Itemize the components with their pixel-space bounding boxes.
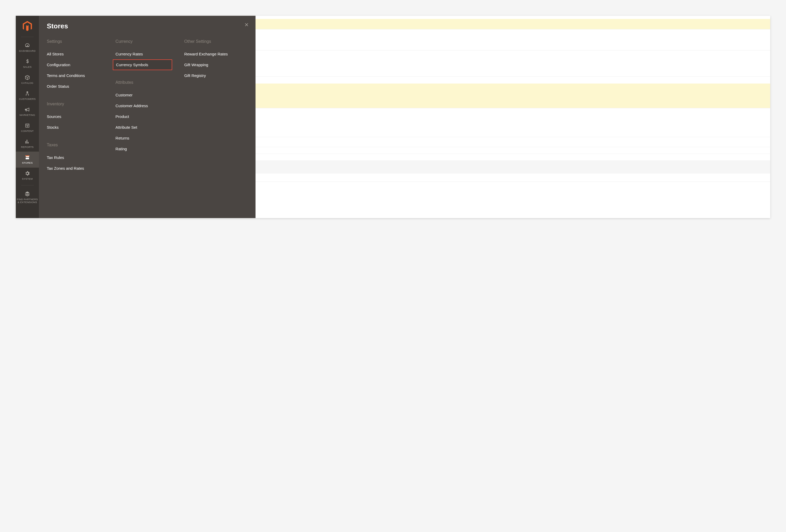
flyout-title: Stores: [47, 22, 248, 30]
app-window: DASHBOARD SALES CATALOG CUSTOMERS MARKET: [16, 16, 770, 218]
sidebar-item-label: SYSTEM: [21, 177, 34, 180]
menu-link-gift-wrapping[interactable]: Gift Wrapping: [182, 59, 248, 70]
sidebar-item-dashboard[interactable]: DASHBOARD: [16, 40, 39, 56]
dollar-icon: [24, 58, 30, 65]
partners-icon: [24, 191, 30, 197]
gear-icon: [24, 170, 30, 176]
section-taxes: Taxes Tax Rules Tax Zones and Rates: [47, 143, 110, 174]
sidebar-item-sales[interactable]: SALES: [16, 56, 39, 72]
layout-icon: [24, 122, 30, 129]
sidebar-divider: [21, 37, 33, 37]
menu-link-customer-address[interactable]: Customer Address: [113, 100, 179, 111]
menu-link-customer[interactable]: Customer: [113, 90, 179, 100]
sidebar-item-label: MARKETING: [18, 114, 36, 117]
bg-row: [255, 161, 770, 173]
section-settings: Settings All Stores Configuration Terms …: [47, 39, 110, 92]
menu-link-sources[interactable]: Sources: [44, 111, 110, 122]
sidebar-item-label: CONTENT: [20, 130, 35, 133]
bg-row: [255, 83, 770, 108]
flyout-column: Other Settings Reward Exchange Rates Gif…: [184, 39, 248, 174]
bg-row: [255, 137, 770, 147]
menu-link-reward-exchange-rates[interactable]: Reward Exchange Rates: [182, 49, 248, 59]
menu-link-order-status[interactable]: Order Status: [44, 81, 110, 92]
stores-flyout-panel: Stores Settings All Stores Configuration…: [39, 16, 255, 218]
menu-link-all-stores[interactable]: All Stores: [44, 49, 110, 59]
menu-link-returns[interactable]: Returns: [113, 133, 179, 143]
bg-row: [255, 108, 770, 137]
sidebar-item-label: STORES: [21, 162, 34, 165]
section-heading: Attributes: [115, 80, 179, 85]
section-heading: Settings: [47, 39, 110, 44]
section-attributes: Attributes Customer Customer Address Pro…: [115, 80, 179, 154]
bg-row: [255, 147, 770, 154]
sidebar-item-label: FIND PARTNERS & EXTENSIONS: [16, 198, 39, 204]
sidebar-item-customers[interactable]: CUSTOMERS: [16, 88, 39, 104]
megaphone-icon: [24, 106, 30, 113]
store-icon: [24, 154, 30, 161]
menu-link-rating[interactable]: Rating: [113, 143, 179, 154]
menu-link-gift-registry[interactable]: Gift Registry: [182, 70, 248, 81]
flyout-column: Settings All Stores Configuration Terms …: [47, 39, 110, 174]
sidebar-item-marketing[interactable]: MARKETING: [16, 104, 39, 120]
background-content: [255, 16, 770, 218]
box-icon: [24, 74, 30, 81]
close-button[interactable]: [244, 22, 250, 28]
section-heading: Inventory: [47, 102, 110, 106]
bg-row: [255, 19, 770, 29]
bg-row: [255, 173, 770, 182]
sidebar-item-system[interactable]: SYSTEM: [16, 168, 39, 184]
person-icon: [24, 90, 30, 97]
section-heading: Taxes: [47, 143, 110, 147]
admin-sidebar: DASHBOARD SALES CATALOG CUSTOMERS MARKET: [16, 16, 39, 218]
sidebar-item-content[interactable]: CONTENT: [16, 120, 39, 136]
menu-link-stocks[interactable]: Stocks: [44, 122, 110, 133]
flyout-column: Currency Currency Rates Currency Symbols…: [115, 39, 179, 174]
flyout-columns: Settings All Stores Configuration Terms …: [47, 39, 248, 174]
close-icon: [244, 22, 249, 28]
sidebar-item-label: DASHBOARD: [18, 50, 37, 52]
sidebar-item-find-partners[interactable]: FIND PARTNERS & EXTENSIONS: [16, 188, 39, 207]
sidebar-item-label: CUSTOMERS: [18, 98, 37, 101]
bg-row: [255, 29, 770, 50]
bg-row: [255, 154, 770, 161]
menu-link-terms-and-conditions[interactable]: Terms and Conditions: [44, 70, 110, 81]
section-currency: Currency Currency Rates Currency Symbols: [115, 39, 179, 70]
menu-link-attribute-set[interactable]: Attribute Set: [113, 122, 179, 133]
section-heading: Other Settings: [184, 39, 248, 44]
sidebar-item-label: REPORTS: [20, 146, 35, 149]
sidebar-item-label: CATALOG: [20, 82, 34, 84]
menu-link-configuration[interactable]: Configuration: [44, 59, 110, 70]
menu-link-tax-zones-and-rates[interactable]: Tax Zones and Rates: [44, 163, 110, 174]
menu-link-product[interactable]: Product: [113, 111, 179, 122]
magento-logo: [23, 21, 32, 32]
sidebar-item-reports[interactable]: REPORTS: [16, 136, 39, 152]
bg-row: [255, 50, 770, 77]
section-inventory: Inventory Sources Stocks: [47, 102, 110, 133]
sidebar-item-stores[interactable]: STORES: [16, 151, 39, 168]
menu-link-currency-rates[interactable]: Currency Rates: [113, 49, 179, 59]
section-heading: Currency: [115, 39, 179, 44]
dashboard-icon: [24, 42, 30, 49]
sidebar-item-label: SALES: [22, 66, 32, 69]
bar-chart-icon: [24, 139, 30, 145]
menu-link-tax-rules[interactable]: Tax Rules: [44, 152, 110, 163]
section-other-settings: Other Settings Reward Exchange Rates Gif…: [184, 39, 248, 81]
menu-link-currency-symbols[interactable]: Currency Symbols: [113, 59, 172, 70]
sidebar-divider: [21, 185, 33, 186]
sidebar-item-catalog[interactable]: CATALOG: [16, 72, 39, 88]
